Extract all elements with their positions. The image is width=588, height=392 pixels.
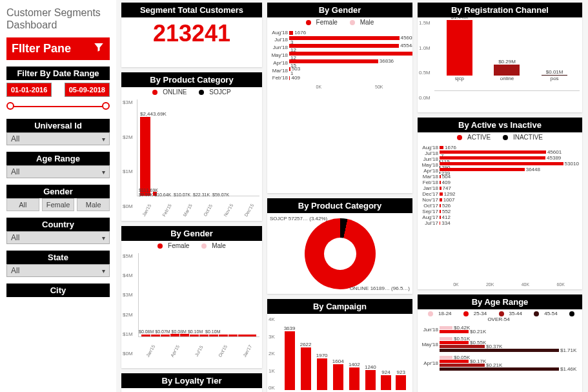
hbar-row: Aug'17 412 bbox=[420, 214, 580, 220]
gender-option-all[interactable]: All bbox=[6, 198, 39, 211]
vbar: $1.44Msjcp bbox=[447, 17, 472, 81]
dashboard-title: Customer Segments Dashboard bbox=[6, 6, 110, 31]
date-range-slider[interactable] bbox=[6, 101, 110, 112]
legend: Female Male bbox=[121, 241, 262, 251]
vbar: 1970 bbox=[316, 353, 328, 390]
date-start-input[interactable]: 01-01-2016 bbox=[6, 83, 52, 97]
hbar-row: Jul'17 334 bbox=[420, 220, 580, 226]
hbar-row: Jun'18$0.42K$0.21K bbox=[420, 326, 580, 333]
tile-head: By Gender bbox=[267, 3, 412, 17]
tile-total-customers[interactable]: Segment Total Customers 213241 bbox=[121, 3, 262, 67]
chevron-down-icon: ▾ bbox=[102, 234, 105, 242]
filter-funnel-icon[interactable] bbox=[93, 41, 105, 56]
tile-head: By Gender bbox=[121, 226, 262, 241]
tile-gender-vertical[interactable]: By Gender Female Male $0M$1M$2M$3M$4M$5M… bbox=[121, 226, 262, 368]
age-range-select[interactable]: All ▾ bbox=[6, 165, 110, 178]
hbar-row: May'18 53010 290 bbox=[420, 162, 580, 168]
gender-label: Gender bbox=[6, 185, 110, 198]
vbar: 1604 bbox=[332, 358, 344, 390]
vbar: 2622 bbox=[300, 342, 312, 390]
tile-head: By Product Category bbox=[121, 72, 262, 87]
hbar-row: Apr'18$0.05K$0.17K$0.21K$1.46K bbox=[420, 356, 580, 371]
state-section: State All ▾ bbox=[6, 251, 110, 277]
legend: ACTIVE INACTIVE bbox=[418, 132, 582, 142]
chevron-down-icon: ▾ bbox=[102, 169, 105, 176]
hbar-row: Nov'17 1007 bbox=[420, 197, 580, 203]
vbar: 3639 bbox=[284, 325, 296, 390]
country-section: Country All ▾ bbox=[6, 218, 110, 244]
tile-age-range[interactable]: By Age Range 18-24 25-34 35-44 45-54 OVE… bbox=[418, 294, 582, 392]
tile-product-category-donut[interactable]: By Product Category SOJCP 57257… (3.42%)… bbox=[267, 198, 412, 294]
hbar-row: Feb'18 409 bbox=[420, 180, 580, 185]
vbar: $0.01Mpos bbox=[542, 69, 567, 81]
hbar-row: Jul'18 45605 3 bbox=[270, 36, 410, 43]
tile-campaign[interactable]: By Campaign 0K1K2K3K4K 36392622197016041… bbox=[267, 299, 412, 392]
tile-product-category-bar[interactable]: By Product Category ONLINE SOJCP $0M$1M$… bbox=[121, 72, 262, 221]
gender-option-male[interactable]: Male bbox=[77, 198, 110, 211]
hbar-row: Apr'18 36448 239 bbox=[420, 168, 580, 174]
universal-id-label: Universal Id bbox=[6, 119, 110, 132]
chevron-down-icon: ▾ bbox=[102, 267, 105, 274]
hbar-row: Jun'18 45389 115 bbox=[420, 156, 580, 162]
tile-head: By Age Range bbox=[418, 294, 582, 309]
state-select[interactable]: All ▾ bbox=[6, 264, 110, 277]
hbar-row: Jan'18 747 bbox=[420, 185, 580, 191]
hbar-row: Aug'18 1676 bbox=[270, 30, 410, 36]
tile-loyalty-tier[interactable]: By Loyalty Tier bbox=[121, 373, 262, 392]
country-select[interactable]: All ▾ bbox=[6, 231, 110, 244]
country-label: Country bbox=[6, 218, 110, 231]
tile-active-inactive[interactable]: By Active vs Inactive ACTIVE INACTIVE Au… bbox=[418, 118, 582, 289]
city-label: City bbox=[6, 284, 110, 297]
date-range-label: Filter By Date Range bbox=[6, 67, 110, 80]
hbar-row: Jun'18 45544 12 bbox=[270, 44, 410, 51]
tile-head: By Loyalty Tier bbox=[121, 373, 262, 388]
state-label: State bbox=[6, 251, 110, 264]
tile-head: By Active vs Inactive bbox=[418, 118, 582, 132]
hbar-row: Feb'18 409 bbox=[270, 75, 410, 81]
chevron-down-icon: ▾ bbox=[102, 136, 105, 143]
gender-option-female[interactable]: Female bbox=[42, 198, 75, 211]
age-range-label: Age Range bbox=[6, 152, 110, 165]
filter-pane-header: FIlter Pane bbox=[6, 37, 110, 60]
legend: ONLINE SOJCP bbox=[121, 87, 262, 97]
hbar-row: Apr'18 36836 15 bbox=[270, 59, 410, 67]
date-range-section: Filter By Date Range 01-01-2016 05-09-20… bbox=[6, 67, 110, 112]
legend: 18-24 25-34 35-44 45-54 OVER-54 bbox=[418, 309, 582, 324]
vbar: 1240 bbox=[365, 364, 376, 390]
hbar-row: May'18$0.51K$0.55K$0.37K$1.71K bbox=[420, 337, 580, 352]
age-range-section: Age Range All ▾ bbox=[6, 152, 110, 178]
filter-pane-label: FIlter Pane bbox=[12, 42, 71, 56]
universal-id-select[interactable]: All ▾ bbox=[6, 132, 110, 145]
tile-head: By Product Category bbox=[267, 198, 412, 213]
tile-gender-hbar[interactable]: By Gender Female Male Aug'18 1676 Jul'18… bbox=[267, 3, 412, 193]
hbar-row: Sep'17 552 bbox=[420, 209, 580, 214]
tile-head: By Campaign bbox=[267, 299, 412, 314]
universal-id-section: Universal Id All ▾ bbox=[6, 119, 110, 145]
vbar: 923 bbox=[396, 369, 406, 390]
date-end-input[interactable]: 05-09-2018 bbox=[65, 83, 110, 97]
total-value: 213241 bbox=[121, 17, 262, 50]
donut-chart bbox=[305, 218, 376, 289]
tile-registration-channel[interactable]: By Registration Channel 0.0M0.5M1.0M1.5M… bbox=[418, 3, 582, 112]
hbar-row: Mar'18 504 bbox=[420, 174, 580, 180]
tile-head: By Registration Channel bbox=[418, 3, 582, 17]
hbar-row: Oct'17 526 bbox=[420, 203, 580, 209]
tile-head: Segment Total Customers bbox=[121, 3, 262, 17]
gender-section: Gender All Female Male bbox=[6, 185, 110, 211]
vbar: 1402 bbox=[349, 362, 360, 390]
dashboard: Segment Total Customers 213241 By Produc… bbox=[116, 0, 588, 392]
vbar: 924 bbox=[381, 369, 391, 390]
city-section: City bbox=[6, 284, 110, 297]
legend: Female Male bbox=[267, 17, 412, 27]
vbar: $0.29Monline bbox=[494, 59, 520, 81]
hbar-row: Dec'17 1292 bbox=[420, 191, 580, 197]
sidebar: Customer Segments Dashboard FIlter Pane … bbox=[0, 0, 116, 392]
